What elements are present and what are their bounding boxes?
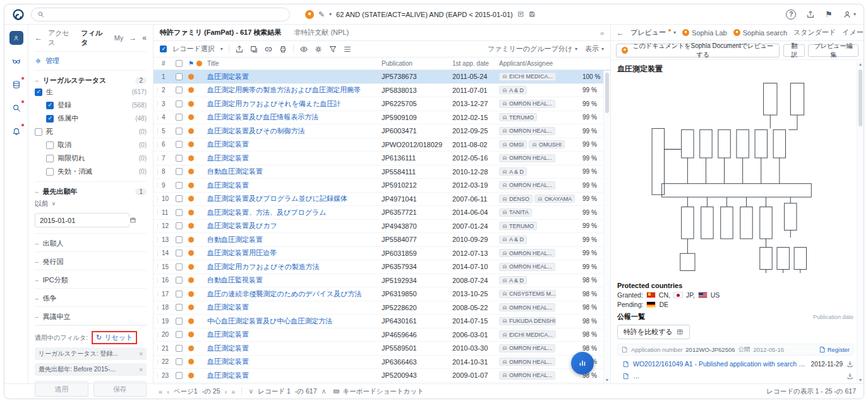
drag-handle[interactable]: ⋮ xyxy=(154,114,162,121)
checkbox[interactable] xyxy=(46,115,54,123)
scroll-down-icon[interactable]: ▼ xyxy=(604,378,610,382)
patent-title-link[interactable]: 血圧測定用カフおよびそれを備えた血圧計 xyxy=(207,99,382,109)
assignee-chip[interactable]: OMRON HEAL... xyxy=(499,100,555,108)
result-row[interactable]: ⋮ 14 血圧測定装置用圧迫帯 JP6031859 2012-07-13 OMR… xyxy=(154,247,610,261)
export-icon[interactable] xyxy=(235,45,244,54)
row-checkbox[interactable] xyxy=(176,236,183,243)
result-row[interactable]: ⋮ 5 血圧測定装置及びその制御方法 JP6003471 2012-09-25 … xyxy=(154,124,610,138)
edit-preview-button[interactable]: プレビュー編集 xyxy=(808,44,859,57)
result-row[interactable]: ⋮ 10 血圧測定装置及びプログラム並びに記録媒体 JP4971041 2007… xyxy=(154,193,610,207)
collapse-icon[interactable]: ∨ xyxy=(248,387,253,395)
result-row[interactable]: ⋮ 6 血圧測定装置 JPWO2012/018029 2011-08-02 OM… xyxy=(154,138,610,152)
checkbox[interactable] xyxy=(46,168,54,176)
drag-handle[interactable]: ⋮ xyxy=(154,182,162,188)
drag-handle[interactable]: ⋮ xyxy=(154,291,162,297)
sophia-indicator-icon[interactable] xyxy=(188,346,194,351)
sophia-indicator-icon[interactable] xyxy=(188,359,194,364)
first-page-icon[interactable]: « xyxy=(159,388,162,395)
row-checkbox[interactable] xyxy=(176,318,183,325)
select-records-checkbox[interactable] xyxy=(160,45,167,52)
column-title[interactable]: Title xyxy=(207,60,382,67)
date-operator-select[interactable]: 以前 ∨ xyxy=(35,196,147,212)
row-checkbox[interactable] xyxy=(176,331,183,338)
result-row[interactable]: ⋮ 11 血圧測定装置、方法、及びプログラム JP6357721 2014-06… xyxy=(154,206,610,220)
row-checkbox[interactable] xyxy=(176,182,183,189)
legal-status-group[interactable]: 死 (0) xyxy=(35,125,147,138)
patent-title-link[interactable]: 自動血圧測定装置 xyxy=(207,167,382,176)
drag-handle[interactable]: ⋮ xyxy=(154,73,162,80)
assignee-chip[interactable]: OMRON HEAL... xyxy=(499,358,555,366)
drag-handle[interactable]: ⋮ xyxy=(154,155,162,161)
sophia-indicator-icon[interactable] xyxy=(188,155,194,161)
row-checkbox[interactable] xyxy=(176,345,183,352)
tab-image[interactable]: イメージ ▾ xyxy=(842,28,864,37)
result-row[interactable]: ⋮ 12 血圧測定装置及びカフ JP4943870 2007-01-24 TER… xyxy=(154,220,610,234)
preview-scrollbar[interactable]: ▲ ▼ xyxy=(857,61,864,383)
assignee-chip[interactable]: DENSO xyxy=(499,195,533,203)
sophia-indicator-icon[interactable] xyxy=(188,291,194,297)
patent-title-link[interactable]: 血圧測定装置 xyxy=(207,181,382,190)
scroll-up-icon[interactable]: ▲ xyxy=(857,62,864,66)
legal-status-child[interactable]: 登録 (568) xyxy=(35,99,147,112)
checkbox[interactable] xyxy=(46,155,54,162)
sophia-indicator-icon[interactable] xyxy=(188,169,194,174)
drag-handle[interactable]: ⋮ xyxy=(154,304,162,311)
applied-filter-chip[interactable]: リーガルステータス: 登録... × xyxy=(35,347,147,360)
collapsed-filter-section[interactable]: − 出願人 xyxy=(35,234,147,252)
row-checkbox[interactable] xyxy=(176,304,183,311)
row-checkbox[interactable] xyxy=(176,195,183,202)
sophia-indicator-icon[interactable] xyxy=(188,250,194,256)
publication-link[interactable]: … xyxy=(633,372,839,380)
share-icon[interactable] xyxy=(806,10,815,19)
sophia-indicator-icon[interactable] xyxy=(188,183,194,188)
sophia-indicator-icon[interactable] xyxy=(188,318,194,324)
back-arrow-icon[interactable]: ← xyxy=(617,29,624,37)
result-row[interactable]: ⋮ 19 中心血圧測定装置及び中心血圧測定方法 JP6430161 2014-0… xyxy=(154,315,610,328)
row-checkbox[interactable] xyxy=(176,358,183,365)
remove-chip-icon[interactable]: × xyxy=(139,351,143,358)
collapse-panel-icon[interactable]: « xyxy=(142,34,147,42)
drag-handle[interactable]: ⋮ xyxy=(154,318,162,324)
edit-query-icon[interactable]: ✎ xyxy=(318,11,325,18)
tab-fampat-results[interactable]: 特許ファミリ (FamPat) - 617 検索結果 xyxy=(160,28,281,37)
sophia-indicator-icon[interactable] xyxy=(188,87,194,93)
saved-search-icon[interactable] xyxy=(9,101,23,115)
calendar-icon[interactable] xyxy=(130,217,136,224)
column-assignee[interactable]: Applicant/Assignee xyxy=(499,60,580,67)
tab-npl[interactable]: 非特許文献 (NPL) xyxy=(294,28,349,37)
patent-title-link[interactable]: 血圧測定装置 xyxy=(207,72,382,81)
sophia-indicator-icon[interactable] xyxy=(188,304,194,310)
sophia-indicator-icon[interactable] xyxy=(188,196,194,202)
patent-title-link[interactable]: 血圧測定装置 xyxy=(207,153,382,163)
sophia-indicator-icon[interactable] xyxy=(188,74,194,80)
annotate-query-icon[interactable] xyxy=(517,11,524,18)
result-row[interactable]: ⋮ 22 血圧測定装置 JP6366463 2014-10-31 OMRON H… xyxy=(154,356,610,370)
legal-status-header[interactable]: − リーガルステータス 2 xyxy=(35,76,147,85)
result-row[interactable]: ⋮ 16 自動血圧監視装置 JP5192934 2008-07-24 A & D xyxy=(154,274,610,288)
tab-sophia-search[interactable]: Sophia search xyxy=(733,29,787,37)
result-row[interactable]: ⋮ 8 自動血圧測定装置 JP5584111 2010-12-28 A & D xyxy=(154,165,610,179)
chevron-down-icon[interactable]: ▾ xyxy=(220,46,223,52)
column-date[interactable]: 1st app. date xyxy=(452,60,499,67)
sophia-indicator-icon[interactable] xyxy=(188,264,194,270)
register-link[interactable]: Register xyxy=(819,346,850,353)
expand-icon[interactable]: ∧ xyxy=(322,387,327,395)
display-dropdown[interactable]: 表示 ▾ xyxy=(585,44,604,54)
results-scrollbar[interactable]: ▼ xyxy=(603,71,610,383)
patent-title-link[interactable]: 血圧測定装置 xyxy=(207,303,382,312)
flag-column-icon[interactable]: ⚑ xyxy=(188,60,194,67)
flag-menu-icon[interactable]: ⚑ xyxy=(825,10,833,18)
row-checkbox[interactable] xyxy=(176,372,183,379)
account-menu[interactable]: ▾ xyxy=(843,10,856,19)
row-checkbox[interactable] xyxy=(176,291,183,298)
result-row[interactable]: ⋮ 3 血圧測定用カフおよびそれを備えた血圧計 JP6225705 2013-1… xyxy=(154,97,610,111)
keyboard-shortcuts-link[interactable]: キーボードショートカット xyxy=(333,387,424,396)
reset-filters-button[interactable]: ↻ リセット xyxy=(92,331,137,344)
legal-status-child[interactable]: 係属中 (48) xyxy=(35,112,147,125)
translate-button[interactable]: 翻訳 xyxy=(783,44,805,57)
legal-status-group[interactable]: 生 (617) xyxy=(35,85,147,99)
result-row[interactable]: ⋮ 4 血圧測定装置及び血圧情報表示方法 JP5909109 2012-02-1… xyxy=(154,111,610,125)
result-row[interactable]: ⋮ 1 血圧測定装置 JP5738673 2011-05-24 EICHI ME… xyxy=(154,70,610,84)
sophia-indicator-icon[interactable] xyxy=(188,114,194,120)
date-field[interactable] xyxy=(35,213,130,227)
